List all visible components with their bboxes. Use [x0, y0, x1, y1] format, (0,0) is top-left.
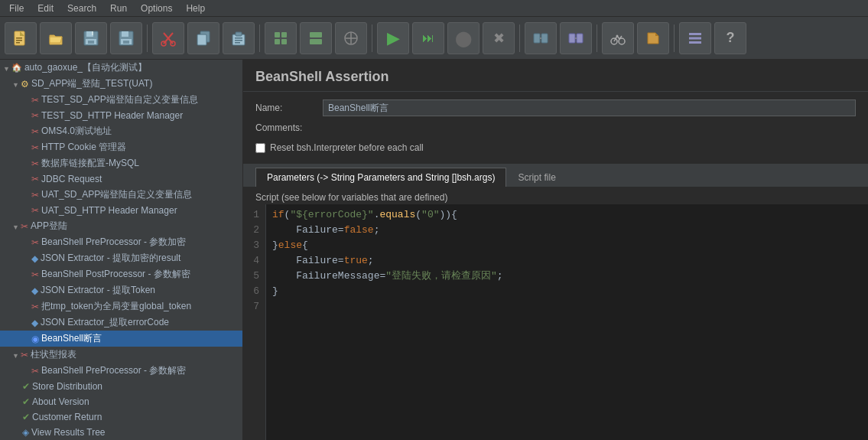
right-panel: BeanShell Assertion Name: Comments: Rese…	[243, 60, 868, 440]
list-button[interactable]	[679, 22, 711, 54]
tree-item-oms[interactable]: ✂ OMS4.0测试地址	[0, 123, 242, 139]
expand-button[interactable]	[265, 22, 297, 54]
remote1-button[interactable]	[525, 22, 557, 54]
line-num-7: 7	[249, 299, 259, 315]
store-dist-label: Store Distribution	[32, 381, 102, 392]
extractor-icon-2: ◆	[31, 285, 38, 296]
http-cookie-label: HTTP Cookie 管理器	[41, 141, 126, 154]
line-num-6: 6	[249, 284, 259, 299]
tree-item-json-ext3[interactable]: ◆ JSON Extractor_提取errorCode	[0, 315, 242, 331]
tab-params[interactable]: Parameters (-> String Parameters and Str…	[255, 168, 506, 187]
bar-chart-icon: ✂	[21, 350, 28, 360]
tree-item-view-results[interactable]: ◈ View Results Tree	[0, 425, 242, 440]
collapse-button[interactable]	[300, 22, 332, 54]
tree-item-token-global[interactable]: ✂ 把tmp_token为全局变量global_token	[0, 298, 242, 315]
stop-button[interactable]: ⬤	[447, 22, 480, 54]
tree-item-test-sd-app[interactable]: ✂ TEST_SD_APP端登陆自定义变量信息	[0, 92, 242, 108]
svg-rect-20	[236, 32, 242, 36]
code-line-2: Failure=false;	[272, 223, 862, 238]
svg-rect-42	[689, 41, 701, 44]
menu-help[interactable]: Help	[180, 2, 211, 15]
code-line-4: Failure=true;	[272, 253, 862, 269]
cut-button[interactable]	[152, 22, 184, 54]
beanshell-pre2-label: BeanShell PreProcessor - 参数解密	[41, 364, 186, 377]
code-area[interactable]: if("${errorCode}".equals("0")){ Failure=…	[266, 204, 868, 440]
tree-item-beanshell-post[interactable]: ✂ BeanShell PostProcessor - 参数解密	[0, 266, 242, 282]
sep2	[259, 24, 260, 52]
menu-run[interactable]: Run	[104, 2, 133, 15]
open-button[interactable]	[40, 22, 72, 54]
template-button[interactable]	[637, 22, 669, 54]
beanshell-icon-1: ✂	[31, 237, 39, 248]
tree-expand-root[interactable]	[3, 63, 11, 73]
report-button[interactable]	[602, 22, 634, 54]
tree-item-db-config[interactable]: ✂ 数据库链接配置-MySQL	[0, 155, 242, 171]
test-sd-app-label: TEST_SD_APP端登陆自定义变量信息	[41, 93, 198, 106]
tree-item-beanshell-pre2[interactable]: ✂ BeanShell PreProcessor - 参数解密	[0, 363, 242, 379]
tree-item-test-sd-http[interactable]: ✂ TEST_SD_HTTP Header Manager	[0, 108, 242, 123]
svg-rect-1	[16, 37, 22, 39]
tree-item-http-cookie[interactable]: ✂ HTTP Cookie 管理器	[0, 139, 242, 155]
run-no-pause-button[interactable]: ⏭	[412, 22, 444, 54]
tree-item-beanshell-assertion[interactable]: ◉ BeanShell断言	[0, 331, 242, 347]
menu-edit[interactable]: Edit	[31, 2, 60, 15]
save-button[interactable]	[75, 22, 107, 54]
json-ext1-label: JSON Extractor - 提取加密的result	[41, 252, 180, 265]
tree-root[interactable]: 🏠 auto_gaoxue_【自动化测试】	[0, 60, 242, 76]
sep3	[372, 24, 372, 52]
name-label: Name:	[255, 103, 317, 113]
tree-expand-sd-app[interactable]	[12, 79, 21, 90]
help-button[interactable]: ?	[714, 22, 746, 54]
beanshell-assertion-icon: ◉	[31, 334, 39, 344]
comments-label: Comments:	[255, 122, 317, 133]
tabs-row: Parameters (-> String Parameters and Str…	[243, 165, 868, 187]
svg-rect-26	[275, 39, 280, 44]
copy-button[interactable]	[187, 22, 219, 54]
tree-item-store-dist[interactable]: ✔ Store Distribution	[0, 379, 242, 394]
tree-item-about-version[interactable]: ✔ About Version	[0, 394, 242, 409]
name-input[interactable]	[323, 99, 856, 116]
line-num-1: 1	[249, 207, 259, 223]
svg-rect-32	[541, 34, 548, 43]
script-description: Script (see below for variables that are…	[243, 187, 868, 204]
jdbc-label: JDBC Request	[41, 174, 102, 184]
tree-item-json-ext2[interactable]: ◆ JSON Extractor - 提取Token	[0, 282, 242, 298]
tree-item-sd-app[interactable]: ⚙ SD_APP端_登陆_TEST(UAT)	[0, 76, 242, 92]
code-line-1: if("${errorCode}".equals("0")){	[272, 207, 862, 223]
new-button[interactable]	[5, 22, 37, 54]
sampler-icon-7: ✂	[31, 190, 39, 200]
test-sd-http-label: TEST_SD_HTTP Header Manager	[41, 110, 183, 121]
beanshell-icon-2: ✂	[31, 269, 39, 280]
customer-return-label: Customer Return	[32, 412, 102, 422]
about-version-icon: ✔	[22, 396, 30, 407]
tree-item-jdbc[interactable]: ✂ JDBC Request	[0, 171, 242, 187]
tree-item-beanshell-pre[interactable]: ✂ BeanShell PreProcessor - 参数加密	[0, 234, 242, 250]
run-button[interactable]: ▶	[377, 22, 409, 54]
toggle-button[interactable]	[335, 22, 367, 54]
remote2-button[interactable]	[560, 22, 592, 54]
menu-bar: File Edit Search Run Options Help	[0, 0, 868, 17]
tree-item-bar-chart[interactable]: ✂ 柱状型报表	[0, 347, 242, 363]
paste-button[interactable]	[223, 22, 255, 54]
reset-checkbox[interactable]	[255, 143, 265, 153]
tab-script-file[interactable]: Script file	[506, 168, 567, 187]
tree-item-customer-return[interactable]: ✔ Customer Return	[0, 409, 242, 425]
beanshell-icon-3: ✂	[31, 301, 39, 312]
tree-item-uat-sd-http[interactable]: ✂ UAT_SD_HTTP Header Manager	[0, 203, 242, 218]
main-area: 🏠 auto_gaoxue_【自动化测试】 ⚙ SD_APP端_登陆_TEST(…	[0, 60, 868, 440]
menu-file[interactable]: File	[3, 2, 30, 15]
uat-sd-http-label: UAT_SD_HTTP Header Manager	[41, 205, 177, 216]
svg-rect-35	[577, 34, 583, 43]
tree-item-app-login[interactable]: ✂ APP登陆	[0, 218, 242, 234]
sampler-icon-4: ✂	[31, 142, 39, 153]
stop-now-button[interactable]: ✖	[483, 22, 515, 54]
menu-search[interactable]: Search	[61, 2, 102, 15]
menu-options[interactable]: Options	[135, 2, 178, 15]
sep5	[597, 24, 597, 52]
tree-item-json-ext1[interactable]: ◆ JSON Extractor - 提取加密的result	[0, 250, 242, 266]
save-as-button[interactable]	[110, 22, 142, 54]
tree-item-uat-sd-app[interactable]: ✂ UAT_SD_APP端登陆自定义变量信息	[0, 187, 242, 203]
tree-expand-bar-chart[interactable]	[12, 350, 21, 360]
tree-expand-app-login[interactable]	[12, 221, 21, 232]
line-num-3: 3	[249, 238, 259, 253]
